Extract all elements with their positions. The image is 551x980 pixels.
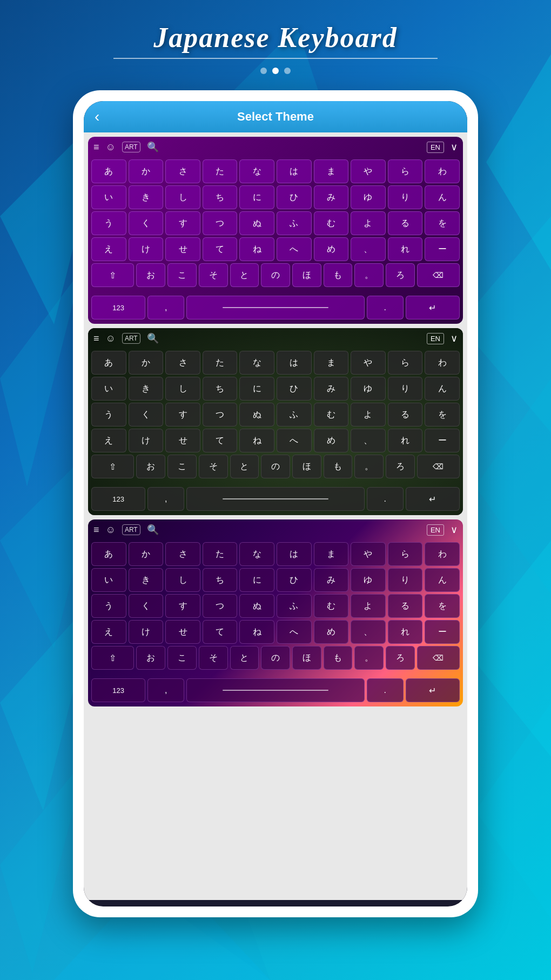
menu-icon-1[interactable]: ≡ [93,142,99,153]
key-period-jp[interactable]: 。 [354,263,384,287]
key-period-jp-3[interactable]: 。 [354,646,384,670]
dropdown-icon-2[interactable]: ∨ [451,332,458,344]
art-icon-2[interactable]: ART [122,333,140,344]
key-shift-1[interactable]: ⇧ [91,263,135,287]
key-comma-jp-2[interactable]: 、 [351,429,386,452]
key-period-jp-2[interactable]: 。 [354,455,384,478]
keyboards-container[interactable]: ≡ ☺ ART 🔍 EN ∨ あ か さ た な は [84,132,467,900]
key-su-3[interactable]: す [165,594,200,618]
key-hi-2[interactable]: ひ [277,377,312,401]
key-wo[interactable]: を [425,211,460,235]
key-ya-2[interactable]: や [351,351,386,375]
key-yo-3[interactable]: よ [351,594,386,618]
key-ru[interactable]: る [388,211,423,235]
key-ra-3[interactable]: ら [388,542,423,566]
key-i-2[interactable]: い [91,377,126,401]
key-backspace-2[interactable]: ⌫ [417,455,460,478]
key-to[interactable]: と [230,263,259,287]
key-dot-3[interactable]: . [367,678,404,702]
key-tsu-2[interactable]: つ [203,403,238,426]
key-ke[interactable]: け [129,237,164,261]
key-se[interactable]: せ [165,237,200,261]
art-icon-3[interactable]: ART [122,524,140,535]
key-re-3[interactable]: れ [388,620,423,644]
key-ro-3[interactable]: ろ [386,646,415,670]
key-mu-3[interactable]: む [314,594,349,618]
key-sa-2[interactable]: さ [165,351,200,375]
key-yo[interactable]: よ [351,211,386,235]
key-i[interactable]: い [91,185,126,209]
key-se-2[interactable]: せ [165,429,200,452]
search-icon-3[interactable]: 🔍 [147,524,159,536]
key-mo-2[interactable]: も [324,455,353,478]
key-a[interactable]: あ [91,159,126,183]
key-wa[interactable]: わ [425,159,460,183]
key-nu-2[interactable]: ぬ [239,403,274,426]
key-wo-3[interactable]: を [425,594,460,618]
key-ne[interactable]: ね [239,237,274,261]
key-comma-jp[interactable]: 、 [351,237,386,261]
key-a-3[interactable]: あ [91,542,126,566]
key-no-2[interactable]: の [261,455,290,478]
key-nu[interactable]: ぬ [239,211,274,235]
key-te-2[interactable]: て [203,429,238,452]
key-ri[interactable]: り [388,185,423,209]
dot-2[interactable] [272,68,279,74]
key-so-2[interactable]: そ [199,455,228,478]
key-ya-3[interactable]: や [351,542,386,566]
key-fu-3[interactable]: ふ [277,594,312,618]
key-na-3[interactable]: な [239,542,274,566]
key-mi-2[interactable]: み [314,377,349,401]
key-e[interactable]: え [91,237,126,261]
key-ni-2[interactable]: に [239,377,274,401]
key-dash-2[interactable]: ー [425,429,460,452]
key-fu[interactable]: ふ [277,211,312,235]
key-ku[interactable]: く [129,211,164,235]
key-n[interactable]: ん [425,185,460,209]
key-chi[interactable]: ち [203,185,238,209]
key-ri-3[interactable]: り [388,568,423,592]
key-nums-3[interactable]: 123 [91,678,145,702]
key-su[interactable]: す [165,211,200,235]
search-icon-2[interactable]: 🔍 [147,332,159,344]
key-enter-1[interactable]: ↵ [406,296,460,319]
key-ma-2[interactable]: ま [314,351,349,375]
key-mi-3[interactable]: み [314,568,349,592]
key-o[interactable]: お [136,263,165,287]
key-ka[interactable]: か [129,159,164,183]
key-se-3[interactable]: せ [165,620,200,644]
key-n-3[interactable]: ん [425,568,460,592]
key-ma-3[interactable]: ま [314,542,349,566]
key-na[interactable]: な [239,159,274,183]
key-sa[interactable]: さ [165,159,200,183]
key-u-3[interactable]: う [91,594,126,618]
key-ko-2[interactable]: こ [167,455,197,478]
back-button[interactable]: ‹ [95,108,99,125]
key-dot-1[interactable]: . [367,296,404,319]
key-comma-1[interactable]: , [147,296,184,319]
key-comma-jp-3[interactable]: 、 [351,620,386,644]
dropdown-icon-1[interactable]: ∨ [451,141,458,153]
dot-3[interactable] [284,68,291,74]
key-ra-2[interactable]: ら [388,351,423,375]
key-ri-2[interactable]: り [388,377,423,401]
lang-box-1[interactable]: EN [427,142,444,153]
key-ho[interactable]: ほ [292,263,321,287]
key-ta-3[interactable]: た [203,542,238,566]
key-backspace-3[interactable]: ⌫ [417,646,460,670]
key-a-2[interactable]: あ [91,351,126,375]
key-enter-3[interactable]: ↵ [406,678,460,702]
emoji-icon-2[interactable]: ☺ [106,333,116,344]
key-nums-2[interactable]: 123 [91,487,145,511]
key-ke-3[interactable]: け [129,620,164,644]
key-o-3[interactable]: お [136,646,165,670]
key-n-2[interactable]: ん [425,377,460,401]
key-re[interactable]: れ [388,237,423,261]
key-su-2[interactable]: す [165,403,200,426]
key-dash[interactable]: ー [425,237,460,261]
lang-box-3[interactable]: EN [427,524,444,536]
key-sa-3[interactable]: さ [165,542,200,566]
key-hi-3[interactable]: ひ [277,568,312,592]
emoji-icon-3[interactable]: ☺ [106,524,116,536]
key-space-2[interactable] [186,487,365,511]
